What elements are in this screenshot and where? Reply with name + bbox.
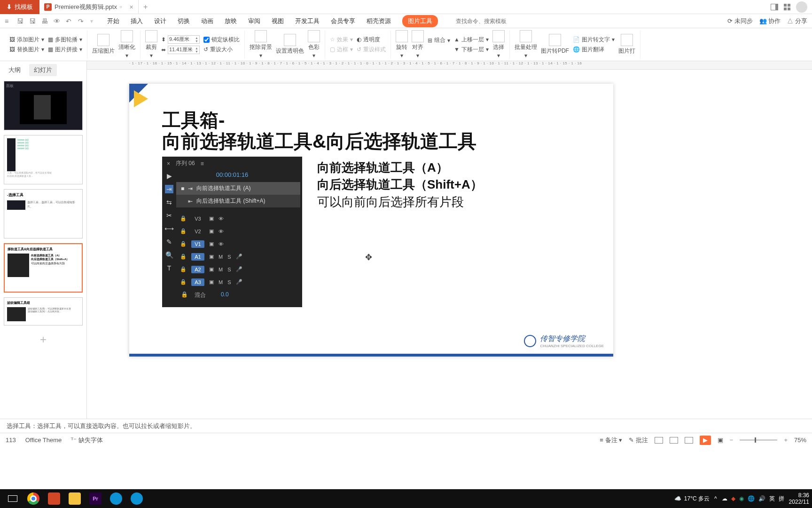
office-tray-icon: ◆	[731, 495, 735, 502]
tab-start[interactable]: 开始	[107, 17, 119, 25]
select-button[interactable]: 选择 ▾	[492, 30, 505, 59]
print-icon[interactable]: 🖶	[41, 17, 49, 25]
outline-tab[interactable]: 大纲	[4, 64, 25, 76]
slideshow-button[interactable]: ▶	[700, 436, 711, 445]
carousel-button[interactable]: ▦ 多图轮播 ▾	[48, 36, 82, 44]
sync-status[interactable]: ⟳ 未同步	[727, 17, 753, 25]
undo-icon[interactable]: ↶	[66, 17, 73, 25]
clock[interactable]: 8:36 2022/11	[789, 492, 809, 506]
transparency-button[interactable]: ◐ 透明度	[357, 36, 386, 44]
share-button[interactable]: △ 分享	[787, 17, 807, 25]
template-tab[interactable]: ⬇ 找模板	[0, 0, 39, 14]
group-button[interactable]: ⊞ 组合 ▾	[428, 36, 450, 44]
missing-fonts[interactable]: ᵀ⁻ 缺失字体	[71, 436, 103, 444]
network-icon: 🌐	[748, 495, 755, 502]
tab-slideshow[interactable]: 放映	[225, 17, 237, 25]
add-image-button[interactable]: 🖼 添加图片 ▾	[9, 36, 44, 44]
speaker-notes[interactable]: 选择工具：选择工具，可以直接选取内容。也可以拉长或者缩短影片。	[0, 419, 812, 433]
print-img-button[interactable]: 图片打	[618, 34, 635, 55]
fit-icon[interactable]: ▣	[718, 437, 723, 444]
slide-thumbnail[interactable]: 波纹编辑工具组 波纹编辑工具(B)：可以调整轨道影片长度滚动编辑工具(N)：点击…	[4, 297, 83, 325]
zoom-slider[interactable]	[740, 439, 777, 441]
chrome-button[interactable]	[23, 490, 43, 507]
notes-toggle[interactable]: ≡ 备注 ▾	[600, 436, 622, 444]
clarity-button[interactable]: 清晰化 ▾	[118, 30, 135, 59]
tab-animation[interactable]: 动画	[201, 17, 213, 25]
selection-tool-icon: ▶	[165, 172, 173, 180]
file-tab[interactable]: P Premiere视频剪辑.pptx ▫ ×	[39, 0, 139, 14]
width-input[interactable]: 11.41厘米▲▼	[168, 46, 200, 54]
slides-tab[interactable]: 幻灯片	[29, 64, 57, 76]
close-tab[interactable]: ×	[130, 3, 133, 11]
taskview-button[interactable]	[3, 490, 23, 507]
normal-view-icon[interactable]	[655, 437, 663, 444]
weather-widget[interactable]: ☁️17°C 多云	[674, 495, 710, 503]
tab-member[interactable]: 会员专享	[331, 17, 355, 25]
slide-thumbnail[interactable]: xxxxx (x)xxxxx (x)xxxxx (x)xxxxx (x) 工具，…	[4, 135, 83, 184]
horizontal-ruler: · 1 · 17 · 1 · 16 · 1 · 15 · 1 · 14 · 1 …	[87, 61, 812, 70]
tab-developer[interactable]: 开发工具	[295, 17, 320, 25]
tab-docer[interactable]: 稻壳资源	[367, 17, 391, 25]
titlebar: ⬇ 找模板 P Premiere视频剪辑.pptx ▫ × +	[0, 0, 812, 14]
system-tray[interactable]: ☁ ◆ ◉ 🌐 🔊 英 拼	[722, 495, 784, 503]
preview-icon[interactable]: 👁	[54, 17, 61, 25]
to-pdf-button[interactable]: 图片转PDF	[541, 34, 569, 55]
user-avatar[interactable]	[796, 1, 807, 13]
premiere-button[interactable]: Pr	[86, 490, 105, 507]
slide-thumbnail-current[interactable]: 择轨道工具&向后选择轨道工具 向前选择轨道工具（A） 向后选择轨道工具（Shif…	[4, 243, 83, 293]
new-tab-button[interactable]: +	[139, 3, 153, 11]
bring-forward-button[interactable]: ▲ 上移一层 ▾	[454, 36, 489, 44]
send-backward-button[interactable]: ▼ 下移一层 ▾	[454, 46, 489, 54]
save-icon[interactable]: 🖫	[17, 17, 24, 25]
replace-image-button[interactable]: 🖼 替换图片 ▾	[9, 46, 44, 54]
cloud-button[interactable]	[106, 490, 126, 507]
text-icon: T	[165, 264, 173, 272]
color-button[interactable]: 色彩 ▾	[308, 30, 320, 59]
ribbon-content: 🖼 添加图片 ▾ 🖼 替换图片 ▾ ▦ 多图轮播 ▾ ▦ 图片拼接 ▾ 压缩图片…	[0, 28, 812, 61]
align-button[interactable]: 对齐 ▾	[412, 30, 424, 59]
slide-thumbnail[interactable]: 面板	[4, 81, 83, 130]
redo-icon[interactable]: ↷	[78, 17, 86, 25]
explorer-button[interactable]	[65, 490, 85, 507]
zoom-icon: 🔍	[165, 251, 173, 259]
tab-insert[interactable]: 插入	[131, 17, 143, 25]
reset-size-button[interactable]: ↺ 重设大小	[203, 46, 240, 54]
app-button[interactable]	[127, 490, 147, 507]
coop-button[interactable]: 👥 协作	[759, 17, 781, 25]
transparent-color-button[interactable]: 设置透明色	[276, 34, 304, 55]
rotate-button[interactable]: 旋转 ▾	[396, 30, 408, 59]
lock-ratio-checkbox[interactable]: 锁定纵横比	[203, 36, 240, 44]
restore-icon[interactable]: ▫	[120, 3, 122, 10]
save-as-icon[interactable]: 🖫	[29, 17, 37, 25]
app-grid-icon[interactable]	[784, 4, 790, 10]
add-slide-button[interactable]: +	[4, 330, 83, 349]
remove-bg-button[interactable]: 抠除背景 ▾	[250, 30, 272, 59]
tab-transition[interactable]: 切换	[178, 17, 190, 25]
tray-expand[interactable]: ^	[714, 495, 717, 502]
menu-icon[interactable]: ≡	[5, 17, 12, 25]
quick-access-toolbar: ≡ 🖫 🖫 🖶 👁 ↶ ↷ ▾ 开始 插入 设计 切换 动画 放映 审阅 视图 …	[0, 14, 812, 28]
sorter-view-icon[interactable]	[670, 437, 678, 444]
slide-canvas: · 1 · 17 · 1 · 16 · 1 · 15 · 1 · 14 · 1 …	[87, 61, 812, 419]
comments-toggle[interactable]: ✎ 批注	[629, 436, 648, 444]
stitch-button[interactable]: ▦ 图片拼接 ▾	[48, 46, 82, 54]
tab-picture-tools[interactable]: 图片工具	[402, 15, 438, 27]
reset-style-button: ↺ 重设样式	[357, 46, 386, 54]
zoom-level[interactable]: 75%	[794, 437, 806, 444]
compress-button[interactable]: 压缩图片	[92, 34, 115, 55]
to-text-button[interactable]: 📄 图片转文字 ▾	[573, 36, 615, 44]
height-input[interactable]: 9.46厘米▲▼	[168, 35, 200, 44]
wps-button[interactable]	[44, 490, 64, 507]
tab-view[interactable]: 视图	[272, 17, 284, 25]
reading-view-icon[interactable]	[685, 437, 693, 444]
layout-icon[interactable]	[771, 4, 778, 10]
slide-editor[interactable]: 工具箱- 向前选择轨道工具&向后选择轨道工具 ×序列 06≡ 00:00:01:…	[129, 84, 613, 357]
tab-design[interactable]: 设计	[154, 17, 166, 25]
slide-thumbnail[interactable]: -选择工具 选择工具，选择工具，可以拉长缩短影片。	[4, 189, 83, 238]
batch-button[interactable]: 批量处理 ▾	[515, 30, 537, 59]
translate-button[interactable]: 🌐 图片翻译	[573, 46, 615, 54]
crop-button[interactable]: 裁剪 ▾	[145, 30, 157, 59]
search-input[interactable]	[456, 18, 531, 24]
tab-review[interactable]: 审阅	[248, 17, 260, 25]
ime-mode: 拼	[779, 495, 784, 503]
